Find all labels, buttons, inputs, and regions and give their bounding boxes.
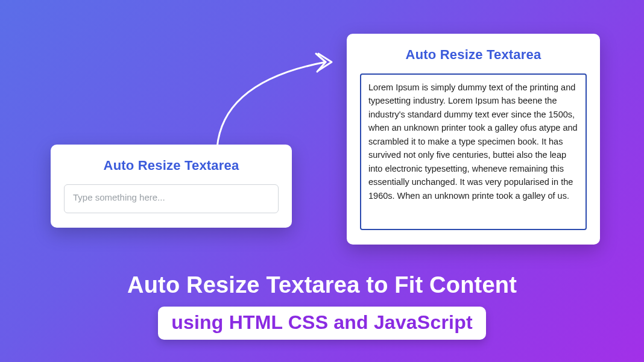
headline-line1: Auto Resize Textarea to Fit Content (24, 272, 620, 298)
textarea-empty[interactable] (64, 184, 279, 213)
headline: Auto Resize Textarea to Fit Content usin… (0, 272, 644, 340)
headline-badge: using HTML CSS and JavaScript (158, 307, 486, 340)
demo-card-filled: Auto Resize Textarea Lorem Ipsum is simp… (347, 34, 600, 245)
card-title-filled: Auto Resize Textarea (360, 47, 587, 63)
card-title-empty: Auto Resize Textarea (64, 158, 279, 173)
textarea-filled[interactable]: Lorem Ipsum is simply dummy text of the … (360, 73, 587, 230)
demo-card-empty: Auto Resize Textarea (51, 145, 292, 228)
